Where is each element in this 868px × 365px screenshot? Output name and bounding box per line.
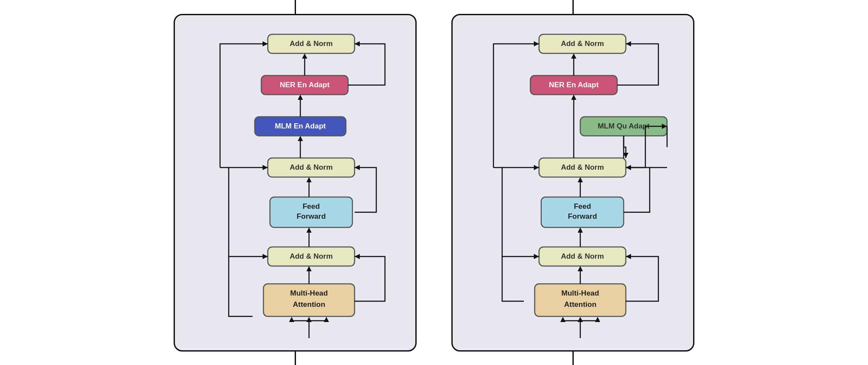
diagrams-container: Add & Norm NER En Adapt MLM En Adapt Add…: [174, 0, 694, 365]
d2-multi-head-label2: Attention: [564, 300, 597, 309]
d2-feed-forward-label2: Forward: [568, 212, 597, 220]
diagram1-wrapper: Add & Norm NER En Adapt MLM En Adapt Add…: [174, 0, 417, 365]
svg-marker-54: [534, 165, 539, 170]
add-norm-bot-label: Add & Norm: [289, 252, 332, 260]
mlm-en-adapt-label: MLM En Adapt: [275, 122, 326, 130]
d2-feed-forward-label: Feed: [574, 202, 591, 210]
feed-forward-label: Feed: [302, 202, 320, 210]
svg-marker-66: [626, 254, 631, 259]
diagram2-box: Add & Norm NER En Adapt MLM Qu Adapt Add…: [451, 14, 694, 352]
d2-add-norm-bot-label: Add & Norm: [561, 252, 604, 260]
svg-marker-48: [571, 95, 576, 100]
svg-marker-50: [571, 53, 576, 59]
svg-marker-33: [355, 41, 360, 46]
d2-ner-en-adapt-label: NER En Adapt: [549, 81, 599, 89]
add-norm-top-label: Add & Norm: [289, 39, 332, 48]
svg-marker-44: [578, 227, 583, 233]
svg-marker-10: [306, 227, 312, 233]
svg-marker-12: [306, 177, 312, 182]
svg-marker-46: [578, 177, 583, 182]
svg-marker-18: [302, 53, 307, 59]
d2-add-norm-top-label: Add & Norm: [561, 39, 604, 48]
diagram1-svg: Add & Norm NER En Adapt MLM En Adapt Add…: [185, 26, 428, 338]
svg-marker-65: [626, 165, 631, 170]
svg-marker-14: [298, 136, 303, 141]
multi-head-label2: Attention: [293, 300, 326, 309]
svg-marker-31: [355, 165, 360, 170]
diagram2-svg: Add & Norm NER En Adapt MLM Qu Adapt Add…: [463, 26, 706, 338]
ner-en-adapt-label: NER En Adapt: [280, 81, 330, 89]
svg-marker-42: [578, 266, 583, 271]
svg-marker-8: [306, 266, 312, 271]
d2-mlm-qu-adapt-label: MLM Qu Adapt: [598, 122, 650, 130]
svg-marker-32: [355, 254, 360, 259]
diagram1-box: Add & Norm NER En Adapt MLM En Adapt Add…: [174, 14, 417, 352]
feed-forward-label2: Forward: [296, 212, 326, 220]
d2-add-norm-mid-label: Add & Norm: [561, 163, 604, 171]
multi-head-label: Multi-Head: [290, 289, 328, 297]
add-norm-mid-label: Add & Norm: [289, 163, 332, 171]
diagram2-wrapper: Add & Norm NER En Adapt MLM Qu Adapt Add…: [451, 0, 694, 365]
svg-marker-20: [263, 165, 268, 170]
d2-multi-head-label: Multi-Head: [562, 289, 599, 297]
svg-marker-53: [534, 254, 539, 259]
svg-marker-67: [626, 41, 631, 46]
svg-marker-19: [263, 254, 268, 259]
svg-marker-55: [534, 41, 539, 46]
svg-marker-16: [298, 95, 303, 100]
svg-marker-21: [263, 41, 268, 46]
